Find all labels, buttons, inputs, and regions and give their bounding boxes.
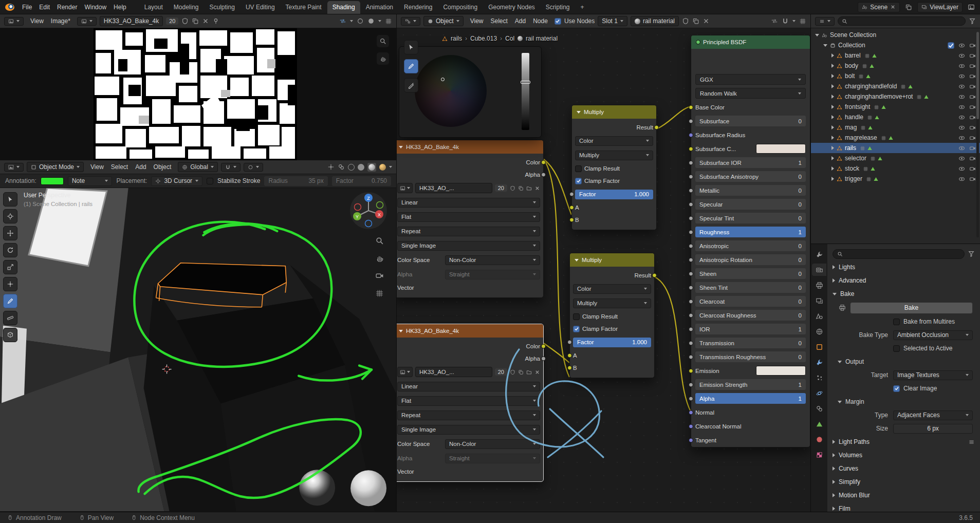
baked-ao-texture-canvas[interactable] xyxy=(0,28,397,160)
outliner-item[interactable]: charginghandlemove+rot xyxy=(811,91,980,102)
camera-render-icon[interactable] xyxy=(969,63,976,69)
annotation-color-swatch[interactable] xyxy=(41,177,64,185)
bsdf-row[interactable]: Subsurface 0 xyxy=(691,114,810,128)
image-datablock-name[interactable]: HK33_AO_Bake_4k xyxy=(100,16,163,26)
tab-material[interactable] xyxy=(812,433,826,445)
input-socket[interactable] xyxy=(689,105,693,109)
fake-user-shield-icon[interactable] xyxy=(181,17,189,25)
camera-render-icon[interactable] xyxy=(969,73,976,80)
bsdf-row[interactable]: Base Color xyxy=(691,100,810,114)
viewport-canvas[interactable]: User Perspective (1) Scene Collection | … xyxy=(0,188,396,512)
node-header[interactable]: Multiply xyxy=(572,105,656,119)
expand-icon[interactable] xyxy=(831,125,834,129)
eye-icon[interactable] xyxy=(958,104,965,110)
workspace-tab[interactable]: Animation xyxy=(361,1,398,14)
eye-icon[interactable] xyxy=(958,145,965,152)
filter-funnel-icon[interactable] xyxy=(968,250,975,257)
input-socket[interactable] xyxy=(689,341,693,345)
outliner-search-input[interactable] xyxy=(838,16,966,26)
bsdf-row[interactable]: Subsurface C... xyxy=(691,142,810,156)
transform-orientation[interactable]: Global xyxy=(178,162,218,172)
tab-view-layer[interactable] xyxy=(812,294,826,307)
collapsed-section[interactable]: Lights xyxy=(827,260,980,274)
bsdf-row[interactable]: Subsurface Anisotropy 0 xyxy=(691,170,810,183)
close-icon[interactable] xyxy=(534,369,540,375)
input-socket[interactable] xyxy=(689,146,693,151)
overlays-icon[interactable] xyxy=(338,163,345,171)
bsdf-row[interactable]: Transmission Roughness 0 xyxy=(691,350,810,364)
copy-icon[interactable] xyxy=(192,17,199,25)
bsdf-widget[interactable]: GGX xyxy=(695,74,806,85)
shading-wireframe-icon[interactable] xyxy=(348,164,355,171)
input-socket[interactable] xyxy=(689,396,693,401)
shader-type-dropdown[interactable]: Object xyxy=(423,16,464,26)
outliner-item[interactable]: handle xyxy=(811,112,980,122)
bsdf-widget[interactable]: Subsurface C... xyxy=(695,143,806,154)
fake-user-shield-icon[interactable] xyxy=(510,369,515,375)
eye-icon[interactable] xyxy=(958,176,965,182)
editor-type-button[interactable] xyxy=(4,163,24,172)
snap-arrows-icon[interactable] xyxy=(771,17,778,25)
bsdf-row[interactable]: Anisotropic 0 xyxy=(691,239,810,253)
camera-render-icon[interactable] xyxy=(969,155,976,162)
node-header[interactable]: Principled BSDF xyxy=(691,35,810,49)
image-option-dropdown[interactable]: Linear xyxy=(397,198,540,208)
collapsed-section[interactable]: Light Paths xyxy=(827,435,980,449)
expand-icon[interactable] xyxy=(831,105,834,109)
bsdf-widget[interactable]: Base Color xyxy=(695,102,806,113)
camera-render-icon[interactable] xyxy=(969,104,976,110)
bsdf-widget[interactable]: Transmission 0 xyxy=(695,338,806,348)
workspace-tab[interactable]: Modeling xyxy=(169,1,204,14)
image-browse-button[interactable] xyxy=(397,367,413,377)
users-count[interactable]: 20 xyxy=(495,368,507,376)
alpha-output-socket[interactable] xyxy=(541,357,546,361)
result-output-socket[interactable] xyxy=(652,273,657,278)
input-socket[interactable] xyxy=(689,160,693,165)
annotate-tool[interactable] xyxy=(3,294,17,308)
camera-view-icon[interactable] xyxy=(375,271,384,280)
blend-mode-dropdown[interactable]: Multiply xyxy=(575,151,653,160)
tab-world[interactable] xyxy=(812,325,826,338)
outliner-item[interactable]: rails xyxy=(811,143,980,153)
output-subsection[interactable]: Output xyxy=(827,355,980,368)
bsdf-widget[interactable]: Emission Strength 1 xyxy=(695,379,806,390)
outliner-item[interactable]: mag xyxy=(811,122,980,133)
breadcrumb-object[interactable]: rails xyxy=(451,35,462,42)
image-texture-node-1[interactable]: HK33_AO_Bake_4k Color Alpha HK33_AO_... … xyxy=(397,140,544,298)
clamp-factor-checkbox[interactable] xyxy=(575,178,582,184)
bsdf-widget[interactable]: Clearcoat Roughness 0 xyxy=(695,310,806,321)
bsdf-widget[interactable]: Sheen 0 xyxy=(695,268,806,279)
input-socket[interactable] xyxy=(689,299,693,304)
bsdf-widget[interactable]: Anisotropic 0 xyxy=(695,240,806,251)
bsdf-row[interactable]: Tangent xyxy=(691,433,810,447)
overlays-icon[interactable] xyxy=(799,17,806,25)
workspace-tab[interactable]: Shading xyxy=(327,1,360,14)
camera-render-icon[interactable] xyxy=(969,176,976,182)
bsdf-row[interactable]: Clearcoat Roughness 0 xyxy=(691,308,810,322)
color-swatch[interactable] xyxy=(756,366,806,376)
tab-tool[interactable] xyxy=(812,248,826,260)
eye-icon[interactable] xyxy=(958,124,965,131)
eye-icon[interactable] xyxy=(958,52,965,59)
outliner-item[interactable]: stock xyxy=(811,163,980,174)
expand-icon[interactable] xyxy=(831,177,834,181)
eye-icon[interactable] xyxy=(958,114,965,121)
color-wheel[interactable] xyxy=(415,55,487,127)
tab-particles[interactable] xyxy=(812,371,826,384)
bsdf-widget[interactable]: Clearcoat 0 xyxy=(695,296,806,307)
display-channels-icon[interactable] xyxy=(357,17,364,25)
camera-render-icon[interactable] xyxy=(969,165,976,172)
bsdf-row[interactable]: Alpha 1 xyxy=(691,391,810,405)
clear-image-checkbox[interactable] xyxy=(893,385,900,392)
close-icon[interactable] xyxy=(702,17,710,25)
eye-icon[interactable] xyxy=(958,135,965,141)
tab-object[interactable] xyxy=(812,341,826,353)
annotate-tool[interactable] xyxy=(404,59,418,73)
bsdf-widget[interactable]: Metallic 0 xyxy=(695,185,806,196)
bsdf-widget[interactable]: Roughness 1 xyxy=(695,227,806,237)
clamp-result-checkbox[interactable] xyxy=(575,165,582,172)
camera-render-icon[interactable] xyxy=(969,124,976,131)
input-socket[interactable] xyxy=(689,188,693,193)
snapping-toggle[interactable] xyxy=(221,163,241,172)
image-option-dropdown[interactable]: Repeat xyxy=(397,410,540,420)
